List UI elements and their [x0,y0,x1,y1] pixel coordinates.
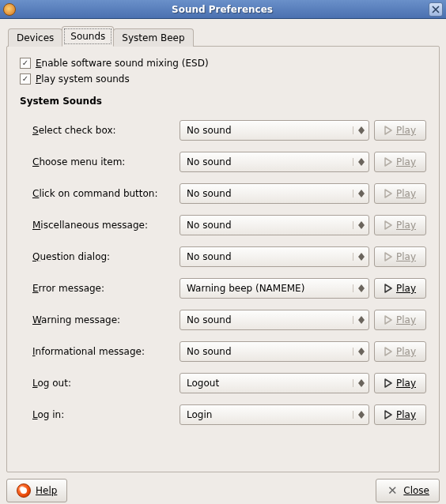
play-button-label: Play [396,409,416,420]
sound-row: Choose menu item:No soundPlay [32,146,426,178]
sound-select[interactable]: No sound [180,246,369,267]
spin-arrows-icon [353,221,365,229]
tab-sounds[interactable]: Sounds [62,26,114,47]
sound-row: Warning message:No soundPlay [32,304,426,336]
play-icon [384,410,392,419]
play-button-label: Play [396,188,416,199]
tabs-container: Devices Sounds System Beep Enable softwa… [6,25,440,472]
spin-arrows-icon [353,379,365,387]
sound-row-label: Question dialog: [32,251,180,262]
play-icon [384,315,392,325]
sound-select[interactable]: No sound [180,215,369,235]
sound-row-label: Click on command button: [32,188,180,199]
sound-select-value: Login [187,409,353,420]
dialog-footer: Help ✕ Close [6,472,440,502]
sound-row: Question dialog:No soundPlay [32,241,426,273]
play-button-label: Play [396,220,416,231]
sound-select-value: No sound [187,314,353,325]
play-icon [384,157,392,167]
play-icon [384,252,392,261]
checkbox-label: Play system sounds [36,73,130,85]
play-button: Play [374,310,426,330]
help-button[interactable]: Help [6,479,67,502]
play-button[interactable]: Play [374,373,426,393]
sound-select-value: No sound [187,188,353,199]
titlebar-close-button[interactable] [429,2,443,17]
sound-row-label: Select check box: [32,125,180,136]
sound-row-label: Informational message: [32,346,180,357]
spin-arrows-icon [353,126,365,134]
play-button-label: Play [396,156,416,167]
play-icon [384,378,392,388]
sound-row-label: Warning message: [32,314,180,325]
tab-panel-sounds: Enable software sound mixing (ESD) Play … [6,46,440,472]
close-button[interactable]: ✕ Close [376,479,440,502]
play-button: Play [374,152,426,172]
checkbox-play-system[interactable] [20,73,31,85]
sound-select[interactable]: No sound [180,152,369,172]
sound-select-value: No sound [187,346,353,357]
play-icon [384,189,392,198]
sound-select[interactable]: Warning beep (NAMEME) [180,278,369,299]
sound-select[interactable]: No sound [180,120,369,141]
play-button: Play [374,246,426,267]
play-button: Play [374,120,426,141]
sound-row: Log in:LoginPlay [32,399,426,431]
play-button[interactable]: Play [374,404,426,425]
sound-select-value: Warning beep (NAMEME) [187,283,353,294]
sound-row: Informational message:No soundPlay [32,336,426,367]
tab-strip: Devices Sounds System Beep [8,25,440,46]
play-button-label: Play [396,125,416,136]
play-button-label: Play [396,314,416,325]
play-button-label: Play [396,251,416,262]
spin-arrows-icon [353,158,365,166]
sound-select-value: No sound [187,251,353,262]
play-button: Play [374,183,426,204]
window-body: Devices Sounds System Beep Enable softwa… [0,19,446,504]
checkbox-label: Enable software sound mixing (ESD) [36,58,209,69]
help-button-label: Help [36,485,57,496]
sound-row-label: Error message: [32,283,180,294]
spin-arrows-icon [353,284,365,292]
play-button: Play [374,215,426,235]
spin-arrows-icon [353,316,365,324]
spin-arrows-icon [353,253,365,261]
help-icon [17,483,31,498]
play-button: Play [374,341,426,362]
spin-arrows-icon [353,190,365,197]
sound-row: Error message:Warning beep (NAMEME)Play [32,273,426,304]
sound-row-label: Choose menu item: [32,156,180,167]
title-bar: Sound Preferences [0,0,446,19]
spin-arrows-icon [353,411,365,419]
app-icon [3,3,16,16]
sound-row-label: Log in: [32,409,180,420]
sound-select[interactable]: Login [180,404,369,425]
sound-select[interactable]: No sound [180,183,369,204]
checkbox-enable-esd[interactable] [20,58,31,69]
play-icon [384,347,392,356]
sound-select[interactable]: No sound [180,341,369,362]
sound-select-value: No sound [187,156,353,167]
play-button-label: Play [396,378,416,389]
sound-select-value: Logout [187,378,353,389]
sound-select-value: No sound [187,125,353,136]
play-button-label: Play [396,346,416,357]
tab-system-beep[interactable]: System Beep [113,28,193,47]
sound-table: Select check box:No soundPlayChoose menu… [20,115,426,431]
play-button-label: Play [396,283,416,294]
play-button[interactable]: Play [374,278,426,299]
play-icon [384,284,392,293]
sound-row: Select check box:No soundPlay [32,115,426,146]
spin-arrows-icon [353,348,365,355]
sound-select[interactable]: Logout [180,373,369,393]
tab-devices[interactable]: Devices [8,28,62,47]
sound-row: Click on command button:No soundPlay [32,178,426,209]
sound-row: Log out:LogoutPlay [32,367,426,399]
section-heading-system-sounds: System Sounds [20,96,426,107]
play-icon [384,220,392,230]
sound-row-label: Miscellaneous message: [32,220,180,231]
close-icon: ✕ [386,484,399,497]
sound-select-value: No sound [187,220,353,231]
sound-select[interactable]: No sound [180,310,369,330]
checkbox-row-play-system: Play system sounds [20,73,426,85]
